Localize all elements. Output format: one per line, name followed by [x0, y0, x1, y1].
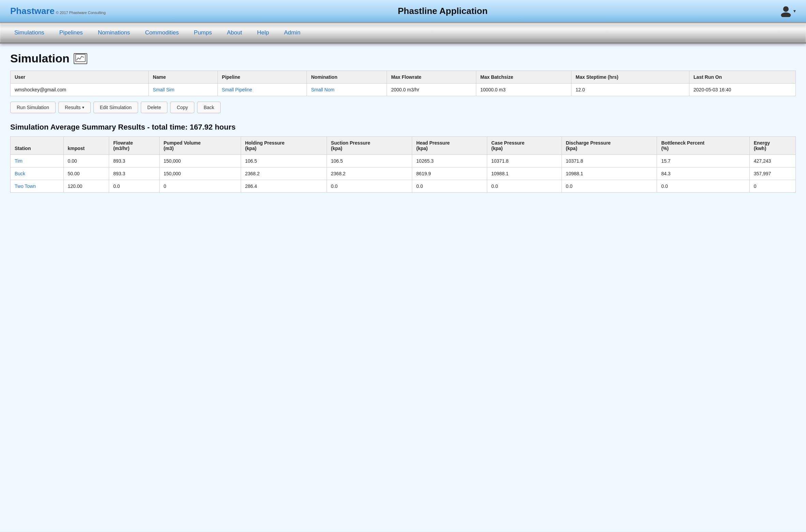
app-title: Phastline Application — [398, 6, 488, 16]
summary-row: Two Town120.000.00286.40.00.00.00.00.00 — [11, 180, 796, 193]
nav-item-about[interactable]: About — [220, 23, 250, 42]
summary-cell-suction_pressure: 106.5 — [327, 155, 412, 167]
summary-cell-head_pressure: 8619.9 — [412, 167, 487, 180]
logo-group: Phastware © 2017 Phastware Consulting — [10, 6, 106, 16]
summary-cell-flowrate: 893.3 — [109, 167, 160, 180]
summary-cell-suction_pressure: 0.0 — [327, 180, 412, 193]
nav-item-help[interactable]: Help — [250, 23, 277, 42]
station-link[interactable]: Tim — [15, 158, 23, 164]
cell-last-run-on: 2020-05-03 16:40 — [689, 84, 796, 96]
summary-cell-holding_pressure: 286.4 — [241, 180, 327, 193]
summary-row: Tim0.00893.3150,000106.5106.510265.31037… — [11, 155, 796, 167]
col-pipeline: Pipeline — [218, 71, 307, 84]
logo-copyright: © 2017 Phastware Consulting — [56, 11, 106, 15]
summary-cell-pumped_volume: 0 — [159, 180, 241, 193]
summary-cell-station: Tim — [11, 155, 64, 167]
summary-col-station: Station — [11, 137, 64, 155]
summary-cell-case_pressure: 0.0 — [487, 180, 562, 193]
summary-col-flowrate: Flowrate(m3/hr) — [109, 137, 160, 155]
nomination-link[interactable]: Small Nom — [311, 87, 334, 92]
nav-item-admin[interactable]: Admin — [277, 23, 308, 42]
edit-simulation-button[interactable]: Edit Simulation — [93, 102, 138, 113]
col-last-run-on: Last Run On — [689, 71, 796, 84]
summary-cell-bottleneck_percent: 84.3 — [657, 167, 749, 180]
summary-col-pumped-volume: Pumped Volume(m3) — [159, 137, 241, 155]
col-max-batchsize: Max Batchsize — [476, 71, 571, 84]
chart-icon-svg — [75, 53, 86, 63]
summary-cell-head_pressure: 10265.3 — [412, 155, 487, 167]
results-button[interactable]: Results — [58, 102, 91, 113]
summary-cell-pumped_volume: 150,000 — [159, 167, 241, 180]
summary-cell-station: Buck — [11, 167, 64, 180]
summary-row: Buck50.00893.3150,0002368.22368.28619.91… — [11, 167, 796, 180]
summary-cell-kmpost: 50.00 — [63, 167, 109, 180]
nav-item-commodities[interactable]: Commodities — [137, 23, 186, 42]
simulation-table: User Name Pipeline Nomination Max Flowra… — [10, 71, 796, 96]
station-link[interactable]: Two Town — [15, 183, 36, 189]
summary-cell-kmpost: 0.00 — [63, 155, 109, 167]
summary-cell-kmpost: 120.00 — [63, 180, 109, 193]
summary-cell-head_pressure: 0.0 — [412, 180, 487, 193]
delete-button[interactable]: Delete — [141, 102, 167, 113]
summary-cell-suction_pressure: 2368.2 — [327, 167, 412, 180]
chevron-down-icon: ▾ — [793, 8, 796, 14]
col-max-steptime: Max Steptime (hrs) — [571, 71, 689, 84]
summary-cell-pumped_volume: 150,000 — [159, 155, 241, 167]
cell-max-flowrate: 2000.0 m3/hr — [387, 84, 476, 96]
copy-button[interactable]: Copy — [170, 102, 194, 113]
col-nomination: Nomination — [307, 71, 387, 84]
back-button[interactable]: Back — [197, 102, 221, 113]
summary-col-head-pressure: Head Pressure(kpa) — [412, 137, 487, 155]
svg-point-0 — [783, 6, 789, 12]
sim-name-link[interactable]: Small Sim — [153, 87, 174, 92]
summary-table: Station kmpost Flowrate(m3/hr) Pumped Vo… — [10, 136, 796, 193]
summary-col-bottleneck: Bottleneck Percent(%) — [657, 137, 749, 155]
summary-cell-discharge_pressure: 10371.8 — [562, 155, 657, 167]
summary-cell-discharge_pressure: 10988.1 — [562, 167, 657, 180]
run-simulation-button[interactable]: Run Simulation — [10, 102, 56, 113]
summary-col-case-pressure: Case Pressure(kpa) — [487, 137, 562, 155]
svg-point-1 — [781, 13, 791, 17]
nav-item-simulations[interactable]: Simulations — [7, 23, 52, 42]
summary-cell-flowrate: 0.0 — [109, 180, 160, 193]
action-buttons: Run Simulation Results Edit Simulation D… — [10, 102, 796, 113]
summary-cell-holding_pressure: 106.5 — [241, 155, 327, 167]
pipeline-link[interactable]: Small Pipeline — [222, 87, 252, 92]
main-content: Simulation User Name Pipeline Nomination… — [0, 44, 806, 531]
summary-col-holding-pressure: Holding Pressure(kpa) — [241, 137, 327, 155]
summary-col-energy: Energy(kwh) — [749, 137, 795, 155]
summary-cell-energy: 357,997 — [749, 167, 795, 180]
summary-cell-station: Two Town — [11, 180, 64, 193]
simulation-section-title: Simulation — [10, 52, 70, 65]
nav-item-pipelines[interactable]: Pipelines — [52, 23, 90, 42]
cell-max-batchsize: 10000.0 m3 — [476, 84, 571, 96]
user-menu[interactable]: ▾ — [780, 5, 796, 17]
station-link[interactable]: Buck — [15, 171, 25, 176]
col-user: User — [11, 71, 149, 84]
logo-text: Phastware — [10, 6, 55, 16]
cell-name: Small Sim — [149, 84, 218, 96]
nav-bar-wrapper: Simulations Pipelines Nominations Commod… — [0, 22, 806, 44]
user-icon — [780, 5, 792, 17]
simulation-heading-group: Simulation — [10, 52, 796, 65]
summary-cell-holding_pressure: 2368.2 — [241, 167, 327, 180]
summary-cell-flowrate: 893.3 — [109, 155, 160, 167]
nav-item-nominations[interactable]: Nominations — [90, 23, 138, 42]
cell-user: wmshockey@gmail.com — [11, 84, 149, 96]
summary-cell-discharge_pressure: 0.0 — [562, 180, 657, 193]
simulation-row: wmshockey@gmail.com Small Sim Small Pipe… — [11, 84, 796, 96]
summary-heading: Simulation Average Summary Results - tot… — [10, 123, 796, 132]
summary-col-kmpost: kmpost — [63, 137, 109, 155]
nav-item-pumps[interactable]: Pumps — [186, 23, 220, 42]
nav-bar: Simulations Pipelines Nominations Commod… — [7, 23, 799, 42]
summary-cell-energy: 427,243 — [749, 155, 795, 167]
summary-cell-bottleneck_percent: 0.0 — [657, 180, 749, 193]
summary-col-discharge-pressure: Discharge Pressure(kpa) — [562, 137, 657, 155]
col-name: Name — [149, 71, 218, 84]
cell-max-steptime: 12.0 — [571, 84, 689, 96]
cell-nomination: Small Nom — [307, 84, 387, 96]
app-header: Phastware © 2017 Phastware Consulting Ph… — [0, 0, 806, 22]
col-max-flowrate: Max Flowrate — [387, 71, 476, 84]
summary-cell-case_pressure: 10371.8 — [487, 155, 562, 167]
summary-cell-case_pressure: 10988.1 — [487, 167, 562, 180]
